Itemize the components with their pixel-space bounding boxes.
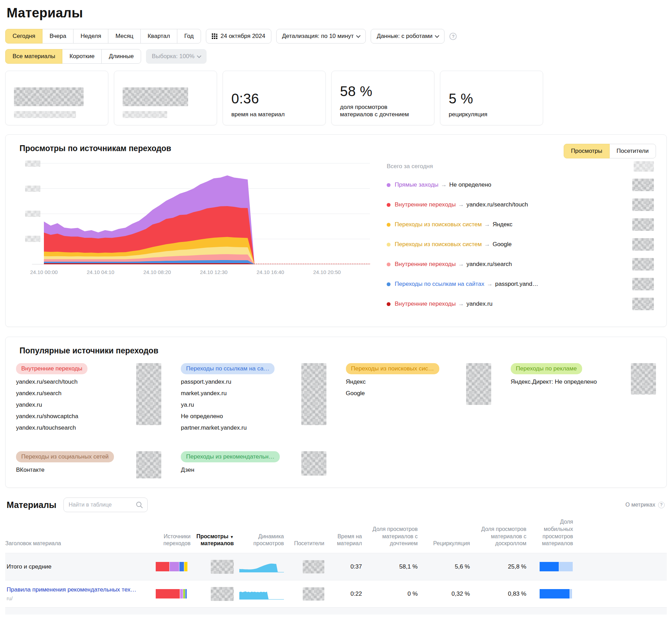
column-header-2[interactable]: Источники переходов [156,533,191,548]
censored-legend-value [632,238,654,251]
legend-source-link[interactable]: Переходы из поисковых систем [395,241,482,248]
chart-metric-toggle: ПросмотрыПосетители [564,144,656,158]
recirculation: 5,6 % [422,563,470,570]
svg-text:24.10 12:30: 24.10 12:30 [200,269,227,275]
arrow-icon: → [458,300,464,307]
column-header-8[interactable]: Рециркуляция [422,540,470,547]
card-value: 5 % [449,91,534,107]
views-sparkline [239,588,284,600]
source-group: Переходы из социальных сетейВКонтакте [16,451,161,478]
legend-target: yandex.ru [466,300,493,307]
column-header-5[interactable]: Посетители [288,540,324,547]
material-type-segmented-control: Все материалыКороткиеДлинные [5,49,141,64]
svg-text:24.10 16:40: 24.10 16:40 [256,269,284,275]
censored-legend-value [632,258,654,271]
column-header-10[interactable]: Доля мобильных просмотров материалов [531,518,573,547]
chart-toggle-tab-1[interactable]: Просмотры [564,144,610,158]
censored-value [123,87,188,106]
page-title: Материалы [7,6,667,21]
table-title: Материалы [7,500,56,510]
period-tab-6[interactable]: Год [177,29,201,44]
card-value: 0:36 [231,91,317,107]
period-tab-5[interactable]: Квартал [140,29,177,44]
data-mode-dropdown[interactable]: Данные: с роботами [371,29,445,44]
source-category-badge[interactable]: Переходы из социальных сетей [16,451,114,462]
legend-dot-icon [387,183,391,187]
detail-dropdown[interactable]: Детализация: по 10 минут [276,29,366,44]
source-item: market.yandex.ru [181,390,275,397]
chart-toggle-tab-2[interactable]: Посетители [609,144,656,158]
material-type-tab-1[interactable]: Все материалы [5,49,62,64]
legend-source-link[interactable]: Переходы из поисковых систем [395,221,482,228]
help-icon[interactable]: ? [449,33,457,40]
search-icon [136,501,143,509]
legend-source-link[interactable]: Внутренние переходы [395,261,456,268]
column-header-3[interactable]: Просмотры ▼материалов [195,533,234,548]
table-row: Итого и средние0:3758,1 %5,6 %25,8 % [5,553,667,580]
source-item: yandex.ru/touchsearch [16,424,87,431]
date-picker-button[interactable]: 24 октября 2024 [206,29,271,44]
period-toolbar: СегодняВчераНеделяМесяцКварталГод 24 окт… [5,29,667,44]
detail-dropdown-label: Детализация: по 10 минут [282,33,354,40]
column-header-6[interactable]: Время на материал [329,533,362,548]
period-tab-3[interactable]: Неделя [73,29,108,44]
censored-legend-value [632,218,654,231]
about-metrics-link[interactable]: О метриках ? [625,502,665,508]
source-category-badge[interactable]: Внутренние переходы [16,363,87,374]
material-link[interactable]: Правила применения рекомендательных тех… [7,586,137,593]
source-item: Google [346,390,439,397]
help-icon[interactable]: ? [658,502,665,508]
censored-legend-value [632,179,654,191]
summary-card-blurred-1 [5,71,108,125]
svg-text:24.10 20:50: 24.10 20:50 [313,269,341,275]
legend-row: Внутренние переходы→yandex.ru/search [387,258,654,271]
period-tab-2[interactable]: Вчера [42,29,74,44]
column-header-4[interactable]: Динамика просмотров [238,533,284,548]
time-on-material: 0:37 [329,563,362,570]
svg-text:24.10 00:00: 24.10 00:00 [30,269,57,275]
source-category-badge[interactable]: Переходы по рекламе [511,363,582,374]
row-title: Итого и средние [7,563,52,570]
source-group: Внутренние переходыyandex.ru/search/touc… [16,363,161,436]
legend-row: Переходы по ссылкам на сайтах→passport.y… [387,278,654,290]
legend-source-link[interactable]: Внутренние переходы [395,300,456,307]
legend-source-link[interactable]: Внутренние переходы [395,201,456,208]
source-item: passport.yandex.ru [181,378,275,385]
source-category-badge[interactable]: Переходы из поисковых сис… [346,363,439,374]
source-category-badge[interactable]: Переходы по ссылкам на са… [181,363,275,374]
material-type-tab-2[interactable]: Короткие [62,49,102,64]
materials-dashboard: Материалы СегодняВчераНеделяМесяцКвартал… [0,6,672,615]
legend-dot-icon [387,203,391,207]
period-tab-1[interactable]: Сегодня [5,29,43,44]
column-header-label: Просмотры [196,533,229,539]
period-tab-4[interactable]: Месяц [108,29,140,44]
card-label: рециркуляция [449,111,534,118]
censored-y-tick [25,236,40,242]
stacked-area-chart: 24.10 00:0024.10 04:1024.10 08:2024.10 1… [16,158,375,318]
censored-source-values [136,363,161,425]
censored-source-values [631,363,656,394]
sample-dropdown[interactable]: Выборка: 100% [146,49,207,64]
legend-row: Внутренние переходы→yandex.ru/search/tou… [387,198,654,211]
about-metrics-label: О метриках [625,502,655,508]
arrow-icon: → [484,241,490,248]
sources-bar [156,562,190,571]
legend-dot-icon [387,243,391,246]
column-header-1[interactable]: Заголовок материала [5,540,152,547]
column-header-9[interactable]: Доля просмотров материалов с доскроллом [474,526,526,547]
summary-card-time: 0:36 время на материал [223,71,326,125]
legend-source-link[interactable]: Прямые заходы [395,181,439,188]
column-header-7[interactable]: Доля просмотров материалов с дочтением [366,526,418,547]
search-input[interactable] [63,498,148,512]
material-type-tab-3[interactable]: Длинные [101,49,141,64]
card-label: время на материал [231,111,317,118]
card-label: доля просмотров материалов с дочтением [340,103,415,118]
table-row: Правила применения рекомендательных тех…… [5,580,667,607]
censored-value [14,87,84,106]
views-sparkline [239,561,284,572]
legend-title: Всего за сегодня [387,163,433,170]
source-item: ya.ru [181,401,275,408]
source-group: Переходы из поисковых сис…ЯндексGoogle [346,363,491,436]
legend-source-link[interactable]: Переходы по ссылкам на сайтах [395,281,484,288]
source-category-badge[interactable]: Переходы из рекомендательн… [181,451,280,462]
